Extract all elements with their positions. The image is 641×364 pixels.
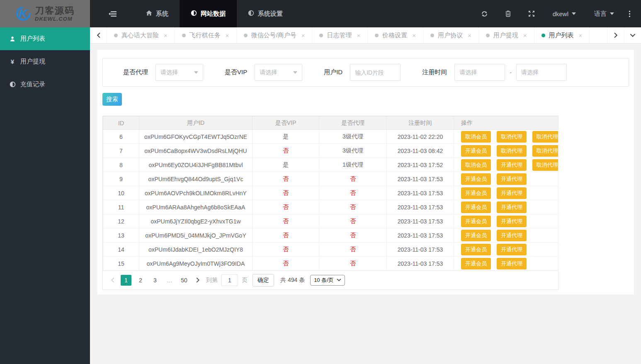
confirm-button[interactable]: 确定 (253, 274, 274, 286)
open-member-button[interactable]: 开通会员 (461, 258, 491, 269)
col-user-id: 用户ID (139, 116, 253, 130)
col-reg-time: 注册时间 (387, 116, 454, 130)
cell-agent: 1级代理 (319, 158, 387, 172)
cell-user-id: oxPUm6CaBopx4WV3wDsdRsLMjQHU (139, 144, 253, 158)
cancel-agent-button[interactable]: 取消代理 (497, 145, 527, 157)
close-icon[interactable]: × (164, 32, 168, 39)
cell-user-id: oxPUm6EhvgQ844Od9uptS_Gjq1Vc (139, 172, 253, 186)
open-agent-button[interactable]: 开通代理 (497, 173, 527, 185)
open-agent-button[interactable]: 开通代理 (497, 244, 527, 255)
open-agent-button[interactable]: 开通代理 (497, 258, 527, 269)
cell-reg-time: 2023-11-03 17:53 (387, 186, 454, 200)
page-size-select[interactable]: 10 条/页 (310, 275, 345, 286)
tab-flight-chess-task[interactable]: 飞行棋任务 × (175, 27, 237, 43)
cancel-agent-button[interactable]: 取消代理 (532, 159, 558, 171)
close-icon[interactable]: × (357, 32, 360, 39)
page-number[interactable]: 3 (150, 275, 160, 286)
goto-page-input[interactable] (221, 274, 238, 286)
prev-page-icon[interactable] (108, 277, 117, 283)
more-options-icon[interactable] (623, 11, 636, 17)
trash-icon[interactable] (496, 10, 520, 17)
open-member-button[interactable]: 开通会员 (461, 187, 491, 199)
table-row: 12 oxPUm6JjYZIl0qbgE2-yXhvxTG1w 否 否 2023… (103, 214, 558, 228)
open-agent-button[interactable]: 开通代理 (497, 216, 527, 227)
close-icon[interactable]: × (301, 32, 305, 39)
chevron-down-icon (572, 12, 576, 15)
refresh-icon[interactable] (473, 10, 496, 17)
cell-id: 6 (103, 130, 139, 144)
reg-time-end-select[interactable]: 请选择 (516, 64, 567, 81)
open-member-button[interactable]: 开通会员 (461, 173, 491, 185)
agent-filter-label: 是否代理 (123, 68, 148, 76)
nav-item-system[interactable]: 系统 (135, 0, 180, 27)
tab-user-withdraw[interactable]: 用户提现 × (479, 27, 534, 43)
filter-bar: 是否代理 请选择 是否VIP 请选择 用户ID (102, 58, 629, 87)
tab-truth-or-dare[interactable]: 真心话大冒险 × (107, 27, 175, 43)
tab-wechat-merchant[interactable]: 微信公号/商户号 × (237, 27, 313, 43)
cancel-agent-button[interactable]: 取消代理 (497, 131, 527, 143)
cell-actions: 开通会员 开通代理 (454, 172, 558, 186)
tab-price-settings[interactable]: 价格设置 × (368, 27, 423, 43)
next-page-icon[interactable] (193, 277, 202, 283)
sidebar-item-user-list[interactable]: 用户列表 (0, 27, 90, 50)
tab-user-list[interactable]: 用户列表 × (534, 27, 590, 43)
open-agent-button[interactable]: 开通代理 (497, 230, 527, 241)
language-menu[interactable]: 语言 (585, 10, 623, 18)
vip-filter-select[interactable]: 请选择 (255, 64, 302, 81)
tab-user-agreement[interactable]: 用户协议 × (423, 27, 479, 43)
tabs-menu-icon[interactable] (624, 27, 641, 43)
tabs-scroll-left-icon[interactable] (90, 27, 107, 43)
fullscreen-icon[interactable] (520, 10, 544, 17)
cell-actions: 开通会员 开通代理 (454, 186, 558, 200)
cell-user-id: oxPUm6GFOKyvCGpT4EWTJq5OzrNE (139, 130, 253, 144)
open-member-button[interactable]: 开通会员 (461, 201, 491, 213)
language-label: 语言 (594, 10, 607, 18)
cancel-member-button[interactable]: 取消会员 (461, 131, 491, 143)
nav-item-site-data[interactable]: 网站数据 (180, 0, 237, 27)
close-icon[interactable]: × (523, 32, 527, 39)
cancel-member-button[interactable]: 取消会员 (461, 159, 491, 171)
home-icon (146, 10, 152, 17)
tab-dot-icon (486, 34, 490, 37)
cell-id: 14 (103, 243, 139, 257)
open-agent-button[interactable]: 开通代理 (497, 201, 527, 213)
sidebar-item-user-withdraw[interactable]: ¥ 用户提现 (0, 50, 90, 73)
tabs-scroll-right-icon[interactable] (607, 27, 624, 43)
cancel-agent-button[interactable]: 取消代理 (532, 131, 558, 143)
date-range-separator: - (510, 69, 512, 76)
close-icon[interactable]: × (468, 32, 471, 39)
yen-icon: ¥ (9, 58, 16, 65)
cancel-agent-button[interactable]: 取消代理 (532, 145, 558, 157)
open-member-button[interactable]: 开通会员 (461, 145, 491, 157)
caret-down-icon (194, 71, 198, 74)
nav-item-system-settings[interactable]: 系统设置 (237, 0, 294, 27)
user-icon (9, 36, 16, 42)
close-icon[interactable]: × (226, 32, 229, 39)
open-member-button[interactable]: 开通会员 (461, 244, 491, 255)
page-number[interactable]: 50 (179, 275, 189, 286)
close-icon[interactable]: × (412, 32, 416, 39)
open-agent-button[interactable]: 开通代理 (497, 159, 527, 171)
reg-time-start-select[interactable]: 请选择 (454, 64, 505, 81)
cell-actions: 开通会员 开通代理 (454, 214, 558, 228)
cell-vip: 否 (253, 186, 319, 200)
search-button[interactable]: 搜索 (102, 93, 122, 106)
open-member-button[interactable]: 开通会员 (461, 216, 491, 227)
cell-id: 10 (103, 186, 139, 200)
user-id-input[interactable] (350, 64, 401, 81)
page-number[interactable]: 2 (135, 275, 146, 286)
cell-vip: 是 (253, 158, 319, 172)
close-icon[interactable]: × (579, 32, 583, 39)
user-menu[interactable]: dkewl (544, 10, 585, 17)
tab-log-management[interactable]: 日志管理 × (312, 27, 368, 43)
cell-reg-time: 2023-11-03 17:53 (387, 214, 454, 228)
open-member-button[interactable]: 开通会员 (461, 230, 491, 241)
page-number[interactable]: 1 (121, 275, 131, 286)
cell-vip: 是 (253, 130, 319, 144)
sidebar-item-recharge-records[interactable]: 充值记录 (0, 73, 90, 96)
chevron-down-icon (337, 279, 341, 281)
open-agent-button[interactable]: 开通代理 (497, 187, 527, 199)
cell-user-id: oxPUm6IJdabKDEI_1ebO2MJzQIY8 (139, 243, 253, 257)
menu-toggle-icon[interactable] (90, 0, 135, 27)
agent-filter-select[interactable]: 请选择 (155, 64, 203, 81)
